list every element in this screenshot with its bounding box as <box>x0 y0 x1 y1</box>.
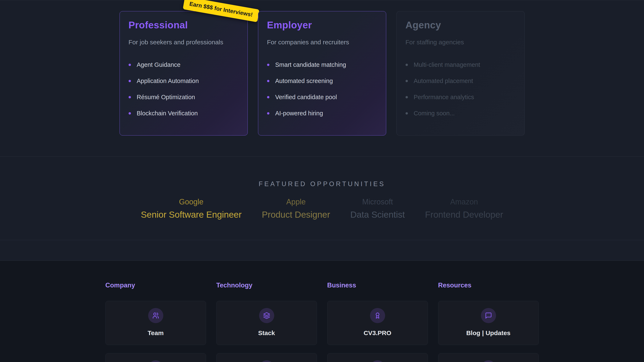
plan-card-agency: Agency For staffing agencies Multi-clien… <box>396 11 525 136</box>
icon-circle <box>148 308 163 323</box>
plan-card-professional[interactable]: Earn $$$ for Interviews! Professional Fo… <box>120 11 248 136</box>
feature-item: Smart candidate matching <box>267 61 377 68</box>
icon-circle <box>370 360 385 362</box>
feature-label: AI-powered hiring <box>275 110 323 117</box>
feature-item: Blockchain Verification <box>128 110 239 117</box>
icon-circle <box>259 308 274 323</box>
plan-title: Agency <box>406 19 516 31</box>
footer-card-label: Stack <box>258 330 275 337</box>
bullet-dot-icon <box>128 112 131 115</box>
plans-section: Earn $$$ for Interviews! Professional Fo… <box>0 0 644 157</box>
footer-column-company: Company Team <box>106 282 206 362</box>
job-role: Data Scientist <box>350 210 405 220</box>
bullet-dot-icon <box>406 80 408 82</box>
layers-icon <box>263 312 270 319</box>
icon-circle <box>259 360 274 362</box>
footer-columns: Company Team Technology <box>0 261 644 362</box>
page: Earn $$$ for Interviews! Professional Fo… <box>0 0 644 362</box>
message-square-icon <box>485 312 492 319</box>
feature-item: Verified candidate pool <box>267 94 377 101</box>
footer-card-label: Blog | Updates <box>466 330 510 337</box>
footer-column-heading: Company <box>106 282 206 289</box>
bullet-dot-icon <box>406 96 408 98</box>
footer-column-heading: Business <box>327 282 428 289</box>
feature-item: Agent Guidance <box>128 61 239 68</box>
footer: Company Team Technology <box>0 261 644 362</box>
featured-job-apple[interactable]: Apple Product Designer <box>262 197 330 220</box>
job-company: Amazon <box>425 197 503 206</box>
bullet-dot-icon <box>267 80 270 82</box>
footer-card-stack[interactable]: Stack <box>216 301 317 345</box>
feature-label: Performance analytics <box>414 94 474 101</box>
plan-feature-list: Multi-client management Automated placem… <box>406 61 516 117</box>
bullet-dot-icon <box>406 64 408 66</box>
feature-label: Résumé Optimization <box>137 94 195 101</box>
job-role: Product Designer <box>262 210 330 220</box>
plan-description: For staffing agencies <box>406 39 516 46</box>
footer-card-blog[interactable]: Blog | Updates <box>438 301 539 345</box>
bullet-dot-icon <box>267 96 270 98</box>
feature-label: Automated placement <box>414 78 473 84</box>
job-role: Frontend Developer <box>425 210 503 220</box>
plans-row: Earn $$$ for Interviews! Professional Fo… <box>0 0 644 136</box>
feature-label: Smart candidate matching <box>275 61 346 68</box>
footer-card-partial[interactable] <box>438 353 539 362</box>
footer-column-heading: Resources <box>438 282 539 289</box>
footer-card-partial[interactable] <box>106 353 206 362</box>
footer-card-label: Team <box>148 330 164 337</box>
feature-label: Agent Guidance <box>137 61 180 68</box>
footer-card-partial[interactable] <box>216 353 317 362</box>
feature-item: Automated screening <box>267 78 377 84</box>
icon-circle <box>481 360 496 362</box>
featured-heading: FEATURED OPPORTUNITIES <box>0 157 644 188</box>
feature-label: Verified candidate pool <box>275 94 337 101</box>
earn-badge: Earn $$$ for Interviews! <box>183 0 259 22</box>
award-icon <box>374 312 381 319</box>
section-divider-strip <box>0 240 644 261</box>
plan-card-employer[interactable]: Employer For companies and recruiters Sm… <box>258 11 386 136</box>
bullet-dot-icon <box>406 112 408 115</box>
feature-item: AI-powered hiring <box>267 110 377 117</box>
feature-item: Coming soon... <box>406 110 516 117</box>
job-company: Microsoft <box>350 197 405 206</box>
footer-column-business: Business CV3.PRO <box>327 282 428 362</box>
featured-job-amazon[interactable]: Amazon Frontend Developer <box>425 197 503 220</box>
footer-card-partial[interactable] <box>327 353 428 362</box>
feature-item: Résumé Optimization <box>128 94 239 101</box>
footer-column-resources: Resources Blog | Updates <box>438 282 539 362</box>
plan-title: Employer <box>267 19 377 31</box>
feature-label: Blockchain Verification <box>137 110 198 117</box>
plan-title: Professional <box>128 19 239 31</box>
footer-card-label: CV3.PRO <box>364 330 392 337</box>
bullet-dot-icon <box>128 64 131 66</box>
feature-item: Automated placement <box>406 78 516 84</box>
users-icon <box>152 312 159 319</box>
footer-card-cv3pro[interactable]: CV3.PRO <box>327 301 428 345</box>
feature-item: Multi-client management <box>406 61 516 68</box>
footer-column-technology: Technology Stack <box>216 282 317 362</box>
icon-circle <box>148 360 163 362</box>
featured-job-microsoft[interactable]: Microsoft Data Scientist <box>350 197 405 220</box>
plan-description: For job seekers and professionals <box>128 39 239 46</box>
job-company: Apple <box>262 197 330 206</box>
feature-label: Multi-client management <box>414 61 480 68</box>
bullet-dot-icon <box>128 96 131 98</box>
bullet-dot-icon <box>128 80 131 82</box>
job-role: Senior Software Engineer <box>141 210 242 220</box>
featured-job-google[interactable]: Google Senior Software Engineer <box>141 197 242 220</box>
bullet-dot-icon <box>267 64 270 66</box>
footer-column-heading: Technology <box>216 282 317 289</box>
footer-card-team[interactable]: Team <box>106 301 206 345</box>
feature-item: Application Automation <box>128 78 239 84</box>
feature-label: Automated screening <box>275 78 333 84</box>
plan-feature-list: Agent Guidance Application Automation Ré… <box>128 61 239 117</box>
feature-label: Coming soon... <box>414 110 455 117</box>
plan-description: For companies and recruiters <box>267 39 377 46</box>
bullet-dot-icon <box>267 112 270 115</box>
feature-item: Performance analytics <box>406 94 516 101</box>
icon-circle <box>370 308 385 323</box>
featured-jobs-row: Google Senior Software Engineer Apple Pr… <box>0 197 644 220</box>
feature-label: Application Automation <box>137 78 199 84</box>
icon-circle <box>481 308 496 323</box>
featured-opportunities-section: FEATURED OPPORTUNITIES Google Senior Sof… <box>0 157 644 240</box>
